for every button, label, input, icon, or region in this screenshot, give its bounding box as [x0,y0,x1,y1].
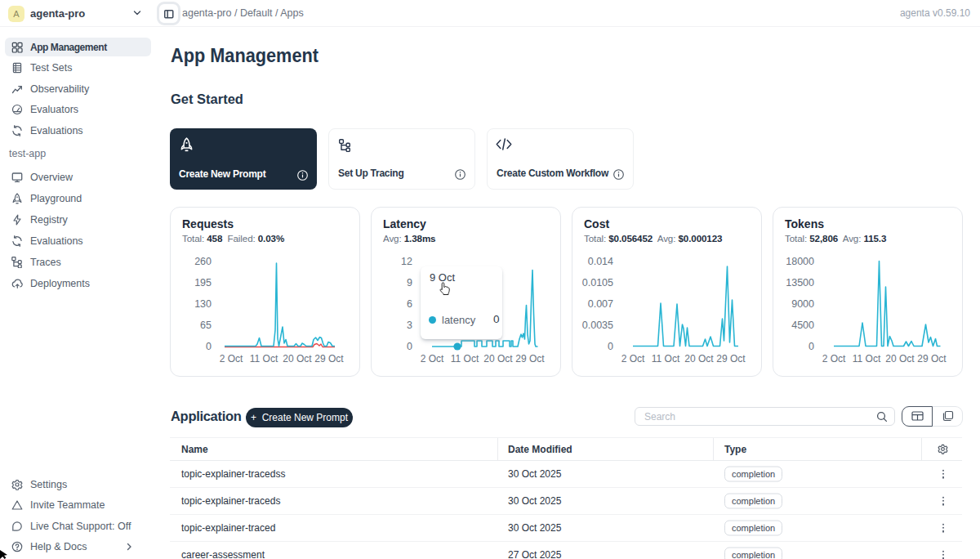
svg-text:0.014: 0.014 [588,256,613,267]
svg-text:0.007: 0.007 [588,298,613,310]
svg-text:9000: 9000 [791,298,814,310]
svg-text:11 Oct: 11 Oct [853,353,881,364]
svg-text:4500: 4500 [791,320,814,331]
svg-text:2 Oct: 2 Oct [220,353,243,364]
svg-text:20 Oct: 20 Oct [483,353,513,364]
svg-text:29 Oct: 29 Oct [515,353,545,364]
svg-text:0: 0 [407,341,412,352]
svg-text:11 Oct: 11 Oct [652,353,680,364]
svg-text:3: 3 [407,320,412,331]
svg-text:12: 12 [401,256,412,267]
svg-text:0: 0 [608,341,613,352]
svg-text:2 Oct: 2 Oct [822,353,846,364]
svg-text:11 Oct: 11 Oct [250,353,278,364]
svg-text:130: 130 [194,298,212,310]
svg-text:13500: 13500 [786,277,814,288]
svg-text:2 Oct: 2 Oct [421,353,444,364]
svg-text:0.0105: 0.0105 [582,277,613,288]
svg-text:195: 195 [194,277,212,288]
svg-text:6: 6 [407,298,412,310]
svg-text:0.0035: 0.0035 [582,320,613,331]
svg-text:260: 260 [194,256,212,267]
svg-text:65: 65 [200,320,212,331]
svg-text:29 Oct: 29 Oct [314,353,344,364]
svg-text:20 Oct: 20 Oct [885,353,915,364]
svg-text:0: 0 [206,341,212,352]
svg-text:18000: 18000 [786,256,814,267]
svg-text:11 Oct: 11 Oct [451,353,479,364]
svg-text:0: 0 [808,341,814,352]
svg-text:29 Oct: 29 Oct [917,353,947,364]
svg-text:20 Oct: 20 Oct [684,353,714,364]
svg-text:9: 9 [407,277,412,288]
svg-text:20 Oct: 20 Oct [283,353,312,364]
svg-text:2 Oct: 2 Oct [621,353,645,364]
svg-text:29 Oct: 29 Oct [716,353,746,364]
